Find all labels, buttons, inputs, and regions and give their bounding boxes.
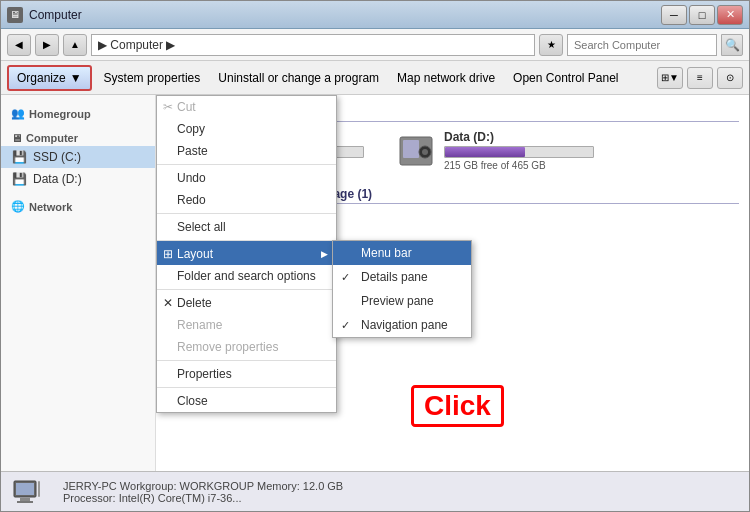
svg-rect-5 bbox=[403, 140, 419, 158]
submenu-item-details-pane[interactable]: ✓ Details pane bbox=[333, 265, 471, 289]
close-button[interactable]: ✕ bbox=[717, 5, 743, 25]
uninstall-button[interactable]: Uninstall or change a program bbox=[212, 71, 385, 85]
refresh-button[interactable]: ★ bbox=[539, 34, 563, 56]
sidebar-computer-header[interactable]: 🖥 Computer bbox=[1, 126, 155, 146]
title-bar-left: 🖥 Computer bbox=[7, 7, 82, 23]
menu-paste-label: Paste bbox=[177, 144, 208, 158]
computer-name: JERRY-PC bbox=[63, 480, 117, 492]
sidebar-network-icon: 🌐 bbox=[11, 200, 25, 213]
menu-rename-label: Rename bbox=[177, 318, 222, 332]
menu-item-paste[interactable]: Paste bbox=[157, 140, 336, 162]
cut-icon: ✂ bbox=[163, 100, 173, 114]
explorer-window: 🖥 Computer ─ □ ✕ ◀ ▶ ▲ ▶ Computer ▶ ★ 🔍 … bbox=[0, 0, 750, 512]
organize-dropdown-icon: ▼ bbox=[70, 71, 82, 85]
menu-item-close[interactable]: Close bbox=[157, 387, 336, 412]
svg-rect-13 bbox=[16, 483, 34, 495]
status-info: JERRY-PC Workgroup: WORKGROUP Memory: 12… bbox=[63, 480, 343, 504]
open-control-panel-label: Open Control Panel bbox=[513, 71, 618, 85]
view-dropdown-button[interactable]: ⊞▼ bbox=[657, 67, 683, 89]
maximize-button[interactable]: □ bbox=[689, 5, 715, 25]
svg-rect-14 bbox=[20, 498, 30, 501]
submenu-item-preview-pane[interactable]: Preview pane bbox=[333, 289, 471, 313]
sidebar-ssd-label: SSD (C:) bbox=[33, 150, 81, 164]
svg-rect-15 bbox=[17, 501, 33, 503]
submenu-item-navigation-pane[interactable]: ✓ Navigation pane bbox=[333, 313, 471, 337]
menu-delete-label: Delete bbox=[177, 296, 212, 310]
status-line2: Processor: Intel(R) Core(TM) i7-36... bbox=[63, 492, 343, 504]
window-icon: 🖥 bbox=[7, 7, 23, 23]
back-button[interactable]: ◀ bbox=[7, 34, 31, 56]
minimize-button[interactable]: ─ bbox=[661, 5, 687, 25]
menu-folder-options-label: Folder and search options bbox=[177, 269, 316, 283]
submenu-details-pane-label: Details pane bbox=[361, 270, 428, 284]
organize-button[interactable]: Organize ▼ bbox=[7, 65, 92, 91]
sidebar-data-icon: 💾 bbox=[11, 171, 27, 187]
main-area: 👥 Homegroup 🖥 Computer 💾 SSD (C:) 💾 Data… bbox=[1, 95, 749, 471]
view-details-button[interactable]: ⊙ bbox=[717, 67, 743, 89]
svg-point-7 bbox=[422, 149, 428, 155]
search-button[interactable]: 🔍 bbox=[721, 34, 743, 56]
title-bar: 🖥 Computer ─ □ ✕ bbox=[1, 1, 749, 29]
map-network-label: Map network drive bbox=[397, 71, 495, 85]
menu-item-rename[interactable]: Rename bbox=[157, 314, 336, 336]
details-pane-check: ✓ bbox=[341, 271, 350, 284]
forward-button[interactable]: ▶ bbox=[35, 34, 59, 56]
uninstall-label: Uninstall or change a program bbox=[218, 71, 379, 85]
menu-layout-label: Layout bbox=[177, 247, 213, 261]
drive-data-icon bbox=[396, 131, 436, 171]
menu-item-copy[interactable]: Copy bbox=[157, 118, 336, 140]
drive-data-info: Data (D:) 215 GB free of 465 GB bbox=[444, 130, 616, 171]
menu-item-properties[interactable]: Properties bbox=[157, 360, 336, 385]
menu-properties-label: Properties bbox=[177, 367, 232, 381]
menu-item-remove-properties[interactable]: Remove properties bbox=[157, 336, 336, 358]
svg-rect-16 bbox=[38, 481, 40, 497]
menu-select-all-label: Select all bbox=[177, 220, 226, 234]
menu-item-folder-options[interactable]: Folder and search options bbox=[157, 265, 336, 287]
menu-item-undo[interactable]: Undo bbox=[157, 164, 336, 189]
toolbar: Organize ▼ System properties Uninstall o… bbox=[1, 61, 749, 95]
menu-item-cut[interactable]: ✂ Cut bbox=[157, 96, 336, 118]
drive-data[interactable]: Data (D:) 215 GB free of 465 GB bbox=[396, 130, 616, 171]
system-properties-button[interactable]: System properties bbox=[98, 71, 207, 85]
layout-icon: ⊞ bbox=[163, 247, 173, 261]
search-box[interactable] bbox=[567, 34, 717, 56]
organize-dropdown-menu: ✂ Cut Copy Paste Undo Redo Select all bbox=[156, 95, 337, 413]
click-annotation: Click bbox=[411, 385, 504, 427]
menu-item-delete[interactable]: ✕ Delete bbox=[157, 289, 336, 314]
menu-item-select-all[interactable]: Select all bbox=[157, 213, 336, 238]
delete-icon: ✕ bbox=[163, 296, 173, 310]
sidebar-network-header[interactable]: 🌐 Network bbox=[1, 194, 155, 215]
menu-redo-label: Redo bbox=[177, 193, 206, 207]
sidebar: 👥 Homegroup 🖥 Computer 💾 SSD (C:) 💾 Data… bbox=[1, 95, 156, 471]
status-line1: JERRY-PC Workgroup: WORKGROUP Memory: 12… bbox=[63, 480, 343, 492]
sidebar-homegroup-header[interactable]: 👥 Homegroup bbox=[1, 101, 155, 122]
menu-copy-label: Copy bbox=[177, 122, 205, 136]
map-network-button[interactable]: Map network drive bbox=[391, 71, 501, 85]
search-input[interactable] bbox=[574, 39, 710, 51]
drive-data-bar-fill bbox=[445, 147, 525, 157]
processor-label-text: Processor: bbox=[63, 492, 116, 504]
sidebar-section-homegroup: 👥 Homegroup bbox=[1, 101, 155, 122]
address-bar: ◀ ▶ ▲ ▶ Computer ▶ ★ 🔍 bbox=[1, 29, 749, 61]
status-bar: JERRY-PC Workgroup: WORKGROUP Memory: 12… bbox=[1, 471, 749, 511]
address-path[interactable]: ▶ Computer ▶ bbox=[91, 34, 535, 56]
sidebar-ssd-icon: 💾 bbox=[11, 149, 27, 165]
menu-item-redo[interactable]: Redo bbox=[157, 189, 336, 211]
view-list-button[interactable]: ≡ bbox=[687, 67, 713, 89]
organize-label: Organize bbox=[17, 71, 66, 85]
sidebar-network-label: Network bbox=[29, 201, 72, 213]
memory-label-text: Memory: bbox=[257, 480, 300, 492]
up-button[interactable]: ▲ bbox=[63, 34, 87, 56]
sidebar-item-ssd[interactable]: 💾 SSD (C:) bbox=[1, 146, 155, 168]
open-control-panel-button[interactable]: Open Control Panel bbox=[507, 71, 624, 85]
view-controls: ⊞▼ ≡ ⊙ bbox=[657, 67, 743, 89]
menu-item-layout[interactable]: ⊞ Layout Menu bar ✓ Details pane bbox=[157, 240, 336, 265]
workgroup-label-text: Workgroup: bbox=[120, 480, 177, 492]
submenu-item-menu-bar[interactable]: Menu bar bbox=[333, 241, 471, 265]
content-area: Hard Disk Drives (2) SSD (C:) bbox=[156, 95, 749, 471]
sidebar-item-data[interactable]: 💾 Data (D:) bbox=[1, 168, 155, 190]
navigation-pane-check: ✓ bbox=[341, 319, 350, 332]
submenu-navigation-pane-label: Navigation pane bbox=[361, 318, 448, 332]
drive-data-free: 215 GB free of 465 GB bbox=[444, 160, 616, 171]
sidebar-homegroup-icon: 👥 bbox=[11, 107, 25, 120]
